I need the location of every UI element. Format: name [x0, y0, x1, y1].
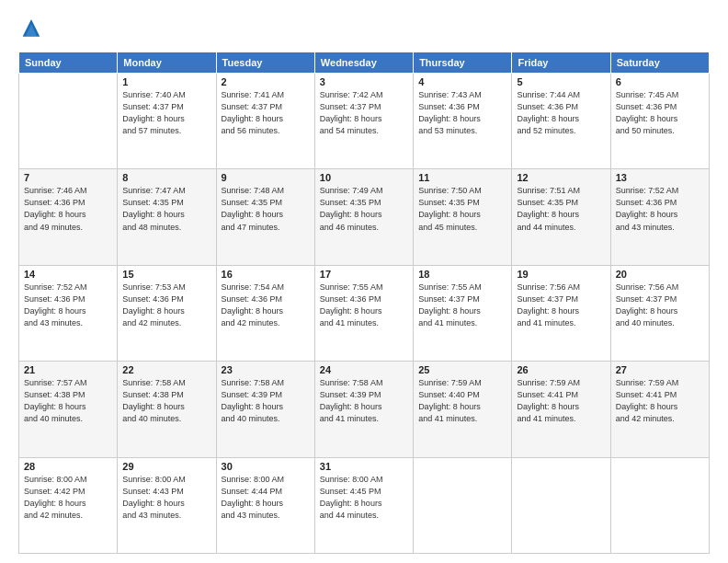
day-number: 1: [122, 76, 210, 87]
calendar-cell: 13Sunrise: 7:52 AM Sunset: 4:36 PM Dayli…: [610, 169, 709, 265]
calendar-header-sunday: Sunday: [19, 52, 118, 74]
day-number: 30: [222, 461, 310, 472]
day-info: Sunrise: 7:49 AM Sunset: 4:35 PM Dayligh…: [320, 185, 408, 233]
calendar-cell: 5Sunrise: 7:44 AM Sunset: 4:36 PM Daylig…: [512, 74, 610, 169]
logo: [18, 17, 48, 42]
day-number: 10: [320, 172, 408, 183]
day-info: Sunrise: 8:00 AM Sunset: 4:43 PM Dayligh…: [122, 474, 210, 522]
day-number: 21: [24, 364, 112, 375]
day-number: 3: [320, 76, 408, 87]
day-info: Sunrise: 7:52 AM Sunset: 4:36 PM Dayligh…: [24, 282, 112, 329]
calendar-cell: 21Sunrise: 7:57 AM Sunset: 4:38 PM Dayli…: [19, 362, 118, 457]
day-number: 31: [320, 461, 408, 472]
calendar-cell: 8Sunrise: 7:47 AM Sunset: 4:35 PM Daylig…: [118, 169, 216, 265]
calendar-cell: 2Sunrise: 7:41 AM Sunset: 4:37 PM Daylig…: [216, 74, 314, 169]
day-info: Sunrise: 7:50 AM Sunset: 4:35 PM Dayligh…: [418, 185, 506, 233]
day-info: Sunrise: 7:51 AM Sunset: 4:35 PM Dayligh…: [517, 185, 605, 233]
calendar-cell: 12Sunrise: 7:51 AM Sunset: 4:35 PM Dayli…: [512, 169, 610, 265]
calendar-cell: 24Sunrise: 7:58 AM Sunset: 4:39 PM Dayli…: [314, 362, 413, 457]
day-number: 8: [122, 172, 210, 183]
day-info: Sunrise: 7:40 AM Sunset: 4:37 PM Dayligh…: [122, 89, 210, 137]
day-number: 13: [616, 172, 704, 183]
day-info: Sunrise: 7:45 AM Sunset: 4:36 PM Dayligh…: [616, 89, 704, 137]
day-info: Sunrise: 7:46 AM Sunset: 4:36 PM Dayligh…: [24, 185, 112, 233]
calendar-cell: 3Sunrise: 7:42 AM Sunset: 4:37 PM Daylig…: [314, 74, 413, 169]
day-info: Sunrise: 7:59 AM Sunset: 4:41 PM Dayligh…: [616, 377, 704, 425]
day-info: Sunrise: 7:41 AM Sunset: 4:37 PM Dayligh…: [222, 89, 310, 137]
calendar-cell: 7Sunrise: 7:46 AM Sunset: 4:36 PM Daylig…: [19, 169, 118, 265]
day-info: Sunrise: 7:55 AM Sunset: 4:37 PM Dayligh…: [418, 282, 506, 329]
day-number: 5: [517, 76, 605, 87]
calendar-cell: 11Sunrise: 7:50 AM Sunset: 4:35 PM Dayli…: [414, 169, 512, 265]
calendar-cell: 28Sunrise: 8:00 AM Sunset: 4:42 PM Dayli…: [19, 457, 118, 553]
calendar-week-1: 1Sunrise: 7:40 AM Sunset: 4:37 PM Daylig…: [19, 74, 710, 169]
day-info: Sunrise: 7:55 AM Sunset: 4:36 PM Dayligh…: [320, 282, 408, 329]
calendar-header-row: SundayMondayTuesdayWednesdayThursdayFrid…: [19, 52, 710, 74]
calendar-table: SundayMondayTuesdayWednesdayThursdayFrid…: [18, 52, 710, 554]
day-number: 15: [122, 269, 210, 280]
day-info: Sunrise: 7:48 AM Sunset: 4:35 PM Dayligh…: [222, 185, 310, 233]
calendar-week-3: 14Sunrise: 7:52 AM Sunset: 4:36 PM Dayli…: [19, 265, 710, 361]
day-number: 25: [418, 364, 506, 375]
day-number: 6: [616, 76, 704, 87]
day-number: 29: [122, 461, 210, 472]
day-number: 27: [616, 364, 704, 375]
calendar-header-monday: Monday: [118, 52, 216, 74]
calendar-cell: 19Sunrise: 7:56 AM Sunset: 4:37 PM Dayli…: [512, 265, 610, 361]
day-info: Sunrise: 7:58 AM Sunset: 4:39 PM Dayligh…: [320, 377, 408, 425]
calendar-cell: 9Sunrise: 7:48 AM Sunset: 4:35 PM Daylig…: [216, 169, 314, 265]
calendar-cell: 31Sunrise: 8:00 AM Sunset: 4:45 PM Dayli…: [314, 457, 413, 553]
day-info: Sunrise: 7:59 AM Sunset: 4:40 PM Dayligh…: [418, 377, 506, 425]
day-number: 22: [122, 364, 210, 375]
day-number: 4: [418, 76, 506, 87]
calendar-cell: 29Sunrise: 8:00 AM Sunset: 4:43 PM Dayli…: [118, 457, 216, 553]
day-number: 26: [517, 364, 605, 375]
calendar-cell: [414, 457, 512, 553]
day-number: 18: [418, 269, 506, 280]
day-info: Sunrise: 7:59 AM Sunset: 4:41 PM Dayligh…: [517, 377, 605, 425]
calendar-cell: 30Sunrise: 8:00 AM Sunset: 4:44 PM Dayli…: [216, 457, 314, 553]
day-info: Sunrise: 8:00 AM Sunset: 4:42 PM Dayligh…: [24, 474, 112, 522]
calendar-cell: 15Sunrise: 7:53 AM Sunset: 4:36 PM Dayli…: [118, 265, 216, 361]
day-number: 28: [24, 461, 112, 472]
calendar-header-thursday: Thursday: [414, 52, 512, 74]
calendar-header-tuesday: Tuesday: [216, 52, 314, 74]
day-number: 2: [222, 76, 310, 87]
calendar-header-saturday: Saturday: [610, 52, 709, 74]
calendar-week-2: 7Sunrise: 7:46 AM Sunset: 4:36 PM Daylig…: [19, 169, 710, 265]
day-number: 19: [517, 269, 605, 280]
day-number: 24: [320, 364, 408, 375]
calendar-cell: 20Sunrise: 7:56 AM Sunset: 4:37 PM Dayli…: [610, 265, 709, 361]
day-info: Sunrise: 7:53 AM Sunset: 4:36 PM Dayligh…: [122, 282, 210, 329]
day-number: 7: [24, 172, 112, 183]
calendar-week-5: 28Sunrise: 8:00 AM Sunset: 4:42 PM Dayli…: [19, 457, 710, 553]
day-info: Sunrise: 7:56 AM Sunset: 4:37 PM Dayligh…: [517, 282, 605, 329]
day-info: Sunrise: 8:00 AM Sunset: 4:44 PM Dayligh…: [222, 474, 310, 522]
day-number: 9: [222, 172, 310, 183]
calendar-cell: 18Sunrise: 7:55 AM Sunset: 4:37 PM Dayli…: [414, 265, 512, 361]
calendar-week-4: 21Sunrise: 7:57 AM Sunset: 4:38 PM Dayli…: [19, 362, 710, 457]
calendar-cell: 4Sunrise: 7:43 AM Sunset: 4:36 PM Daylig…: [414, 74, 512, 169]
day-info: Sunrise: 8:00 AM Sunset: 4:45 PM Dayligh…: [320, 474, 408, 522]
calendar-cell: [512, 457, 610, 553]
calendar-cell: 26Sunrise: 7:59 AM Sunset: 4:41 PM Dayli…: [512, 362, 610, 457]
day-info: Sunrise: 7:54 AM Sunset: 4:36 PM Dayligh…: [222, 282, 310, 329]
calendar-cell: 10Sunrise: 7:49 AM Sunset: 4:35 PM Dayli…: [314, 169, 413, 265]
day-number: 17: [320, 269, 408, 280]
day-info: Sunrise: 7:42 AM Sunset: 4:37 PM Dayligh…: [320, 89, 408, 137]
day-info: Sunrise: 7:58 AM Sunset: 4:38 PM Dayligh…: [122, 377, 210, 425]
day-info: Sunrise: 7:44 AM Sunset: 4:36 PM Dayligh…: [517, 89, 605, 137]
day-info: Sunrise: 7:47 AM Sunset: 4:35 PM Dayligh…: [122, 185, 210, 233]
header: [18, 17, 710, 42]
day-number: 16: [222, 269, 310, 280]
calendar-header-friday: Friday: [512, 52, 610, 74]
page: SundayMondayTuesdayWednesdayThursdayFrid…: [0, 0, 728, 563]
day-number: 14: [24, 269, 112, 280]
calendar-cell: [19, 74, 118, 169]
calendar-cell: 25Sunrise: 7:59 AM Sunset: 4:40 PM Dayli…: [414, 362, 512, 457]
calendar-cell: 17Sunrise: 7:55 AM Sunset: 4:36 PM Dayli…: [314, 265, 413, 361]
calendar-cell: [610, 457, 709, 553]
logo-icon: [18, 17, 44, 42]
day-info: Sunrise: 7:57 AM Sunset: 4:38 PM Dayligh…: [24, 377, 112, 425]
day-info: Sunrise: 7:52 AM Sunset: 4:36 PM Dayligh…: [616, 185, 704, 233]
